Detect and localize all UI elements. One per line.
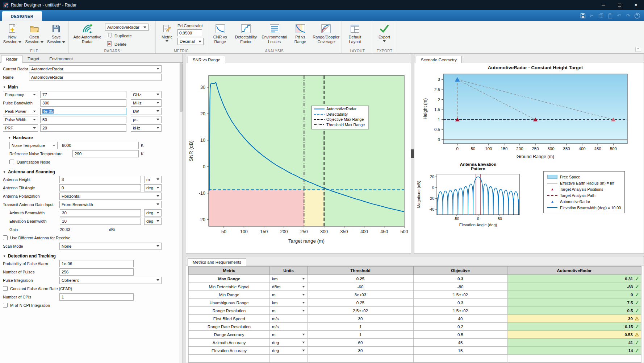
splitter-handle[interactable] bbox=[411, 149, 414, 158]
new-session-button[interactable]: New Session bbox=[2, 22, 23, 44]
unit-select-pulse-width[interactable]: µs bbox=[131, 116, 162, 123]
save-icon[interactable] bbox=[580, 12, 586, 19]
table-row[interactable]: Range Resolutionm2.5e+021.5e+020.5✓ bbox=[189, 307, 641, 315]
table-row[interactable]: Range Accuracym10.50.53⚠ bbox=[189, 331, 641, 339]
tab-environment[interactable]: Environment bbox=[44, 55, 78, 62]
input-pulse-width[interactable]: 50 bbox=[40, 116, 126, 123]
minimize-button[interactable] bbox=[595, 0, 611, 10]
label-frequency[interactable]: Frequency bbox=[3, 91, 38, 98]
environmental-losses-button[interactable]: Environmental Losses bbox=[261, 22, 288, 44]
threshold-value[interactable]: 30 bbox=[308, 347, 414, 355]
close-button[interactable]: ✕ bbox=[628, 0, 644, 10]
select-current-radar[interactable]: AutomotiveRadar bbox=[29, 65, 162, 73]
objective-value[interactable]: -80 bbox=[414, 283, 507, 291]
threshold-value[interactable]: 0.25 bbox=[308, 299, 414, 307]
format-select[interactable]: Decimal bbox=[177, 38, 204, 45]
unit-select-elevation-beamwidth[interactable]: deg bbox=[144, 218, 162, 225]
input-prf[interactable]: 20 bbox=[40, 124, 126, 132]
undo-icon[interactable]: ↶ bbox=[616, 12, 622, 19]
table-row[interactable]: Elevation Accuracydeg301514✓ bbox=[189, 347, 641, 355]
units-select[interactable]: m bbox=[270, 331, 308, 339]
threshold-value[interactable]: 60 bbox=[308, 339, 414, 347]
input-antenna-tilt-angle[interactable]: 0 bbox=[59, 184, 141, 191]
checkbox-constant-false-alarm-rate-cfar[interactable] bbox=[3, 286, 8, 291]
radar-select[interactable]: AutomotiveRadar bbox=[105, 24, 149, 31]
select-transmit-antenna-gain-input[interactable]: From Beamwidth bbox=[59, 201, 162, 208]
select-scan-mode[interactable]: None bbox=[59, 243, 162, 250]
input-antenna-height[interactable]: 3 bbox=[59, 176, 141, 183]
cut-icon[interactable]: ✂ bbox=[589, 12, 595, 19]
threshold-value[interactable]: 2.5e+02 bbox=[308, 307, 414, 315]
objective-value[interactable]: 0.2 bbox=[414, 323, 507, 331]
objective-value[interactable]: 40 bbox=[414, 315, 507, 323]
table-row[interactable]: Range Rate Resolutionm/s10.20.15✓ bbox=[189, 323, 641, 331]
objective-value[interactable]: 0.5 bbox=[414, 331, 507, 339]
section-header-hardware[interactable]: ▼Hardware bbox=[8, 135, 159, 140]
section-header-antenna-and-scanning[interactable]: ▼Antenna and Scanning bbox=[3, 169, 159, 174]
cnr-vs-range-button[interactable]: CNR vs Range bbox=[209, 22, 231, 44]
table-row[interactable]: Unambiguous Rangekm0.250.37.5✓ bbox=[189, 299, 641, 307]
save-session-button[interactable]: Save Session bbox=[46, 22, 67, 44]
input-probability-of-false-alarm[interactable]: 1e-06 bbox=[59, 260, 134, 267]
range-doppler-coverage-button[interactable]: Range/Doppler Coverage bbox=[312, 22, 340, 44]
objective-value[interactable]: 1.5e+02 bbox=[414, 291, 507, 299]
input-noise-temperature[interactable]: 8000 bbox=[60, 142, 139, 149]
label-pulse-width[interactable]: Pulse Width bbox=[3, 116, 38, 123]
threshold-value[interactable]: -60 bbox=[308, 283, 414, 291]
maximize-button[interactable] bbox=[611, 0, 628, 10]
threshold-value[interactable]: 30 bbox=[308, 315, 414, 323]
objective-value[interactable]: 1.5e+02 bbox=[414, 307, 507, 315]
default-layout-button[interactable]: Default Layout bbox=[344, 22, 366, 44]
pd-constraint-input[interactable]: 0.9500 bbox=[177, 29, 202, 36]
unit-select-antenna-height[interactable]: m bbox=[144, 176, 162, 183]
help-icon[interactable]: ? bbox=[634, 12, 640, 19]
unit-select-frequency[interactable]: GHz bbox=[131, 91, 162, 98]
units-select[interactable]: m bbox=[270, 291, 308, 299]
objective-value[interactable]: 45 bbox=[414, 339, 507, 347]
left-panel-scrollbar[interactable] bbox=[179, 63, 183, 363]
objective-value[interactable]: 0.3 bbox=[414, 299, 507, 307]
delete-button[interactable]: Delete bbox=[105, 41, 149, 48]
checkbox-quantization-noise[interactable] bbox=[9, 160, 14, 164]
export-button[interactable]: Export bbox=[375, 22, 394, 42]
detectability-factor-button[interactable]: Detectability Factor bbox=[232, 22, 260, 44]
open-session-button[interactable]: Open Session bbox=[24, 22, 45, 44]
input-number-of-cpis[interactable]: 1 bbox=[59, 293, 134, 301]
redo-icon[interactable]: ↷ bbox=[625, 12, 631, 19]
threshold-value[interactable]: 1 bbox=[308, 323, 414, 331]
scrollbar-thumb[interactable] bbox=[180, 63, 183, 112]
metric-button[interactable]: Metric bbox=[158, 22, 176, 42]
section-header-main[interactable]: ▼Main bbox=[3, 84, 159, 90]
tab-metrics-and-requirements[interactable]: Metrics and Requirements bbox=[188, 258, 246, 265]
units-select[interactable]: km bbox=[270, 275, 308, 283]
table-row[interactable]: First Blind Speedm/s304039⚠ bbox=[189, 315, 641, 323]
units-select[interactable]: km bbox=[270, 299, 308, 307]
threshold-value[interactable]: 1 bbox=[308, 331, 414, 339]
table-row[interactable]: Min Rangem3e+031.5e+020✓ bbox=[189, 291, 641, 299]
objective-value[interactable]: 0.3 bbox=[414, 275, 507, 283]
input-name[interactable]: AutomotiveRadar bbox=[29, 74, 162, 81]
input-peak-power[interactable]: 4e-05 bbox=[40, 108, 126, 115]
unit-select-azimuth-beamwidth[interactable]: deg bbox=[144, 209, 162, 216]
tab-radar[interactable]: Radar bbox=[1, 55, 22, 63]
select-pulse-integration[interactable]: Coherent bbox=[59, 277, 162, 284]
unit-select-peak-power[interactable]: kW bbox=[131, 108, 162, 115]
units-select[interactable]: m bbox=[270, 307, 308, 315]
input-pulse-bandwidth[interactable]: 300 bbox=[40, 99, 126, 107]
table-row[interactable]: Azimuth Accuracydeg604541✓ bbox=[189, 339, 641, 347]
paste-icon[interactable] bbox=[607, 12, 613, 19]
add-automotive-radar-button[interactable]: Add Automotive Radar bbox=[71, 22, 104, 44]
input-elevation-beamwidth[interactable]: 10 bbox=[60, 218, 141, 225]
checkbox-m-of-n-cpi-integration[interactable] bbox=[3, 303, 8, 308]
table-row[interactable]: Max Rangekm0.250.30.31✓ bbox=[189, 275, 641, 283]
tab-target[interactable]: Target bbox=[22, 55, 44, 62]
label-peak-power[interactable]: Peak Power bbox=[3, 108, 38, 115]
label-prf[interactable]: PRF bbox=[3, 124, 38, 132]
select-antenna-polarization[interactable]: Horizontal bbox=[59, 193, 162, 200]
unit-select-pulse-bandwidth[interactable]: MHz bbox=[131, 99, 162, 107]
tab-snr-vs-range[interactable]: SNR vs Range bbox=[188, 56, 225, 63]
ribbon-collapse-icon[interactable]: ⌃ bbox=[635, 47, 641, 52]
threshold-value[interactable]: 0.25 bbox=[308, 275, 414, 283]
duplicate-button[interactable]: Duplicate bbox=[105, 32, 149, 39]
checkbox-use-different-antenna-for-receive[interactable] bbox=[3, 235, 8, 240]
